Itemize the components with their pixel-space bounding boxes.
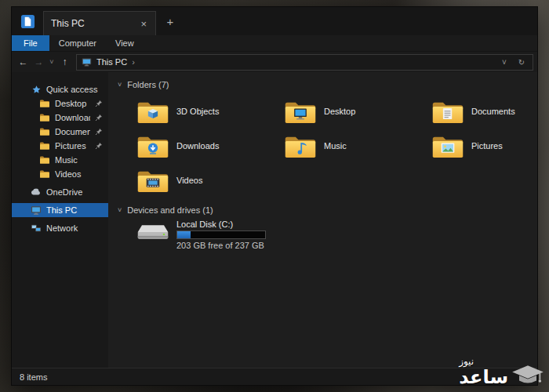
folder-label: Pictures [471,141,503,151]
sidebar-item-label: Videos [55,169,103,179]
folders-section-header[interactable]: ˅ Folders (7) [118,79,537,90]
folder-icon-pictures [431,132,464,159]
pin-icon [95,128,103,136]
tab-this-pc[interactable]: This PC × [43,11,156,35]
address-input[interactable]: This PC › ˅ ↻ [76,54,533,71]
pin-icon [95,114,103,122]
sidebar-item-downloads[interactable]: Downloads [12,111,108,125]
folder-label: Downloads [176,141,219,151]
hard-drive-icon [136,220,169,243]
forward-icon[interactable]: → [31,56,46,67]
desktop-folder-icon [39,99,50,108]
file-menu-button[interactable]: File [12,35,49,51]
pin-icon [95,100,103,107]
up-icon[interactable]: ↑ [57,56,72,67]
folder-tile-desktop[interactable]: Desktop [282,94,430,129]
tab-close-icon[interactable]: × [139,18,148,30]
main-area: Quick access Desktop Downloads [12,72,537,368]
new-tab-button[interactable]: + [156,7,184,35]
documents-folder-icon [39,127,50,136]
sidebar-item-label: Network [46,223,103,233]
folder-label: Documents [471,107,515,116]
sidebar-item-label: Documents [55,127,90,136]
explorer-window: This PC × + File Computer View ← → ˅ ↑ T… [11,6,538,386]
folder-icon-3d-objects [136,98,169,125]
ribbon-menu: File Computer View [12,35,537,52]
music-folder-icon [39,155,50,165]
folder-icon-documents [431,98,464,125]
watermark-line-1: نیوز [459,357,474,367]
menu-view[interactable]: View [106,35,144,51]
this-pc-icon [31,205,42,215]
tab-title: This PC [51,18,134,29]
pictures-folder-icon [39,141,50,151]
sidebar-item-label: Downloads [55,113,90,122]
folder-icon-downloads [136,132,169,159]
desktop-background: This PC × + File Computer View ← → ˅ ↑ T… [0,0,549,392]
sidebar-item-label: This PC [46,205,103,215]
address-bar: ← → ˅ ↑ This PC › ˅ ↻ [12,52,537,72]
folder-label: Music [324,141,347,151]
folder-tile-documents[interactable]: Documents [430,94,537,129]
folder-icon-desktop [284,98,317,125]
sidebar-item-label: Desktop [55,99,90,108]
sidebar-item-quick-access[interactable]: Quick access [12,82,108,96]
sidebar-item-label: Music [55,155,103,165]
breadcrumb-chevron-icon[interactable]: › [132,57,135,67]
collapse-chevron-icon: ˅ [118,81,122,89]
sidebar-item-documents[interactable]: Documents [12,125,108,139]
folder-tile-music[interactable]: Music [282,129,430,163]
drive-info: Local Disk (C:) 203 GB free of 237 GB [176,220,266,250]
sidebar-item-label: OneDrive [46,187,103,197]
folder-label: Desktop [324,107,355,116]
sidebar-item-music[interactable]: Music [12,153,108,167]
folder-label: Videos [176,176,202,185]
sidebar-item-videos[interactable]: Videos [12,167,108,181]
sidebar-item-onedrive[interactable]: OneDrive [12,185,108,199]
folder-tile-downloads[interactable]: Downloads [135,129,282,163]
folder-icon-music [284,132,317,159]
folder-tile-pictures[interactable]: Pictures [430,129,537,163]
devices-section-title: Devices and drives (1) [127,205,213,215]
pin-icon [95,142,103,150]
quick-access-star-icon [31,85,42,95]
drive-free-space-text: 203 GB free of 237 GB [176,241,266,250]
drive-capacity-bar [176,230,266,239]
this-pc-location-icon [82,57,92,67]
network-icon [31,223,42,233]
folder-label: 3D Objects [176,107,219,116]
sidebar-item-network[interactable]: Network [12,221,108,235]
sidebar-item-label: Pictures [55,141,90,151]
sidebar-item-this-pc[interactable]: This PC [12,203,108,217]
item-count-text: 8 items [20,372,47,382]
tab-bar: This PC × + [12,7,537,35]
sidebar-item-label: Quick access [46,85,103,94]
explorer-app-icon [12,7,43,35]
graduation-cap-icon [511,364,545,391]
collapse-chevron-icon: ˅ [118,206,122,214]
folders-grid: 3D Objects Desktop [135,94,537,198]
folder-tile-videos[interactable]: Videos [135,163,282,198]
file-list-pane: ˅ Folders (7) 3D Ob [108,72,537,368]
folder-icon-videos [136,167,169,194]
breadcrumb-location[interactable]: This PC [96,57,127,67]
videos-folder-icon [39,169,50,179]
folders-section-title: Folders (7) [127,80,169,89]
refresh-icon[interactable]: ↻ [515,58,528,67]
recent-locations-icon[interactable]: ˅ [47,58,56,66]
address-dropdown-icon[interactable]: ˅ [498,58,511,67]
watermark-line-2: ساعد [459,367,508,387]
devices-section-header[interactable]: ˅ Devices and drives (1) [118,205,537,216]
menu-computer[interactable]: Computer [49,35,106,51]
drive-label: Local Disk (C:) [176,220,266,229]
saed-news-watermark: نیوز ساعد [459,357,545,391]
sidebar-item-pictures[interactable]: Pictures [12,139,108,153]
watermark-text: نیوز ساعد [459,357,508,391]
back-icon[interactable]: ← [16,56,31,67]
folder-tile-3d-objects[interactable]: 3D Objects [135,94,282,129]
drive-capacity-fill [177,231,191,238]
drive-local-disk-c[interactable]: Local Disk (C:) 203 GB free of 237 GB [136,220,537,250]
downloads-folder-icon [39,113,50,122]
navigation-pane: Quick access Desktop Downloads [12,72,108,368]
sidebar-item-desktop[interactable]: Desktop [12,96,108,111]
